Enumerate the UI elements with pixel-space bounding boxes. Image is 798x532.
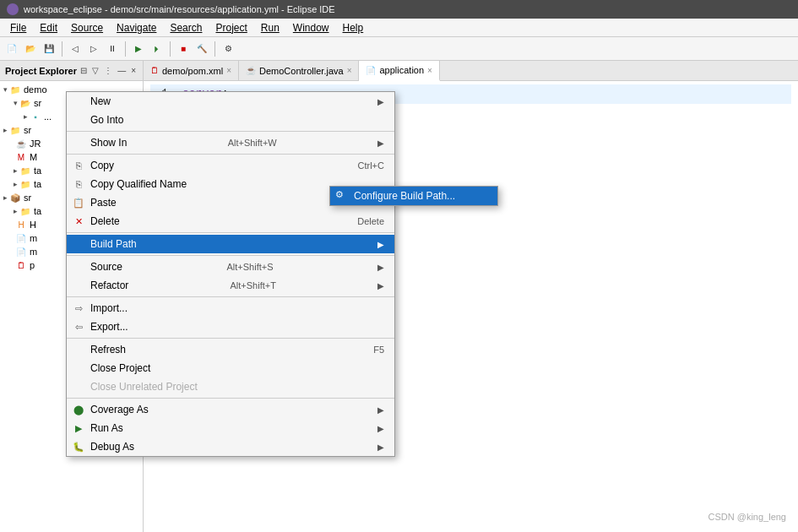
filter-btn[interactable]: ▽ [90, 66, 100, 75]
ctx-delete-shortcut: Delete [357, 216, 384, 226]
ctx-sep-5 [67, 296, 394, 297]
menu-run[interactable]: Run [254, 20, 286, 35]
toolbar-back-btn[interactable]: ◁ [67, 41, 84, 57]
ctx-coverageas[interactable]: ⬤ Coverage As ▶ [67, 400, 394, 419]
tab-controller-icon: ☕ [246, 66, 256, 75]
menu-window[interactable]: Window [286, 20, 336, 35]
menu-edit[interactable]: Edit [33, 20, 64, 35]
toolbar-new-btn[interactable]: 📄 [3, 41, 20, 57]
menu-bar: File Edit Source Navigate Search Project… [0, 19, 798, 37]
submenu-configure-buildpath[interactable]: ⚙ Configure Build Path... [330, 187, 497, 205]
ctx-gointo[interactable]: Go Into [67, 111, 394, 129]
ctx-buildpath-label: Build Path [90, 238, 137, 250]
ctx-copy-shortcut: Ctrl+C [358, 160, 384, 171]
toolbar-stop-exec-btn[interactable]: ■ [175, 41, 192, 57]
menu-project[interactable]: Project [209, 20, 253, 35]
title-bar: workspace_eclipse - demo/src/main/resour… [0, 0, 798, 19]
ctx-showin-label: Show In [90, 137, 127, 149]
ctx-refactor[interactable]: Refactor Alt+Shift+T ▶ [67, 276, 394, 295]
ctx-refactor-label: Refactor [90, 280, 128, 291]
menu-source[interactable]: Source [64, 20, 110, 35]
tab-pom-close[interactable]: × [226, 66, 231, 75]
tab-pom-xml[interactable]: 🗒 demo/pom.xml × [144, 61, 239, 80]
ctx-delete[interactable]: ✕ Delete Delete [67, 212, 394, 231]
buildpath-icon: ⚙ [335, 189, 349, 203]
tab-application[interactable]: 📄 application × [359, 61, 439, 81]
tab-application-close[interactable]: × [427, 66, 432, 75]
ctx-buildpath-arrow: ▶ [377, 240, 384, 249]
tree-label-sr3: sr [24, 193, 31, 203]
menu-file[interactable]: File [3, 20, 33, 35]
ctx-closeproject[interactable]: Close Project [67, 359, 394, 377]
ctx-runas-arrow: ▶ [377, 424, 384, 433]
toolbar: 📄 📂 💾 ◁ ▷ ⏸ ▶ ⏵ ■ 🔨 ⚙ [0, 37, 798, 61]
eclipse-icon [7, 3, 19, 15]
tab-application-label: application [379, 65, 424, 75]
toolbar-build-btn[interactable]: 🔨 [193, 41, 210, 57]
menu-search[interactable]: Search [163, 20, 209, 35]
tab-controller[interactable]: ☕ DemoController.java × [239, 61, 360, 80]
ctx-delete-label: Delete [90, 215, 120, 227]
ctx-new[interactable]: New ▶ [67, 92, 394, 111]
ctx-source[interactable]: Source Alt+Shift+S ▶ [67, 258, 394, 276]
toolbar-run-btn[interactable]: ▶ [130, 41, 147, 57]
ctx-sep-2 [67, 154, 394, 155]
toolbar-sep-1 [62, 41, 62, 57]
ctx-runas[interactable]: ▶ Run As ▶ [67, 419, 394, 437]
ctx-import[interactable]: ⇨ Import... [67, 299, 394, 318]
ctx-source-label: Source [90, 261, 122, 273]
ctx-debugas[interactable]: 🐛 Debug As ▶ [67, 437, 394, 456]
title-bar-text: workspace_eclipse - demo/src/main/resour… [24, 4, 335, 14]
collapse-all-btn[interactable]: ⊟ [79, 66, 89, 75]
menu-btn[interactable]: ⋮ [102, 66, 114, 75]
ctx-new-arrow: ▶ [377, 97, 384, 106]
debug-icon: 🐛 [72, 440, 85, 453]
minimize-btn[interactable]: — [116, 66, 128, 75]
ctx-refactor-shortcut: Alt+Shift+T [230, 280, 275, 290]
toolbar-settings-btn[interactable]: ⚙ [220, 41, 236, 57]
ctx-new-label: New [90, 95, 111, 107]
toolbar-debug-btn[interactable]: ⏵ [149, 41, 166, 57]
close-panel-btn[interactable]: × [129, 66, 138, 75]
ctx-sep-4 [67, 255, 394, 256]
watermark-text: CSDN @king_leng [708, 512, 787, 522]
tree-label-html: H [30, 220, 36, 230]
panel-title: Project Explorer [5, 66, 77, 76]
submenu-configure-label: Configure Build Path... [354, 190, 455, 202]
toolbar-sep-4 [214, 41, 215, 57]
ctx-closeunrelated: Close Unrelated Project [67, 377, 394, 396]
tab-application-icon: 📄 [366, 66, 376, 75]
ctx-buildpath[interactable]: Build Path ▶ [67, 235, 394, 253]
tree-label-jr: JR [30, 138, 41, 149]
toolbar-sep-3 [170, 41, 171, 57]
ctx-refresh[interactable]: Refresh F5 [67, 340, 394, 359]
ctx-showin-shortcut: Alt+Shift+W [228, 138, 277, 148]
tab-controller-close[interactable]: × [347, 66, 352, 75]
ctx-showin[interactable]: Show In Alt+Shift+W ▶ [67, 133, 394, 152]
ctx-runas-label: Run As [90, 422, 123, 434]
export-icon: ⇦ [72, 320, 85, 334]
ctx-source-shortcut: Alt+Shift+S [226, 262, 273, 272]
tree-label-ta3: ta [34, 206, 41, 216]
import-icon: ⇨ [72, 301, 85, 315]
coverage-icon: ⬤ [72, 403, 85, 416]
ctx-coverage-arrow: ▶ [377, 405, 384, 415]
watermark: CSDN @king_leng [708, 512, 787, 522]
copy-qual-icon: ⎘ [72, 177, 85, 191]
panel-actions: ⊟ ▽ ⋮ — × [79, 66, 138, 75]
tree-label-pom: p [30, 260, 35, 270]
toolbar-fwd-btn[interactable]: ▷ [85, 41, 102, 57]
toolbar-open-btn[interactable]: 📂 [22, 41, 39, 57]
toolbar-save-btn[interactable]: 💾 [41, 41, 57, 57]
tree-label-demo: demo [24, 84, 47, 95]
copy-icon: ⎘ [72, 159, 85, 172]
ctx-paste-label: Paste [90, 197, 117, 209]
ctx-export[interactable]: ⇦ Export... [67, 318, 394, 336]
menu-help[interactable]: Help [336, 20, 371, 35]
menu-navigate[interactable]: Navigate [110, 20, 163, 35]
ctx-closeproject-label: Close Project [90, 362, 150, 374]
tree-label-sub: ... [44, 111, 52, 122]
ctx-closeunrelated-label: Close Unrelated Project [90, 381, 198, 393]
ctx-copy[interactable]: ⎘ Copy Ctrl+C [67, 156, 394, 175]
toolbar-stop-btn[interactable]: ⏸ [104, 41, 121, 57]
